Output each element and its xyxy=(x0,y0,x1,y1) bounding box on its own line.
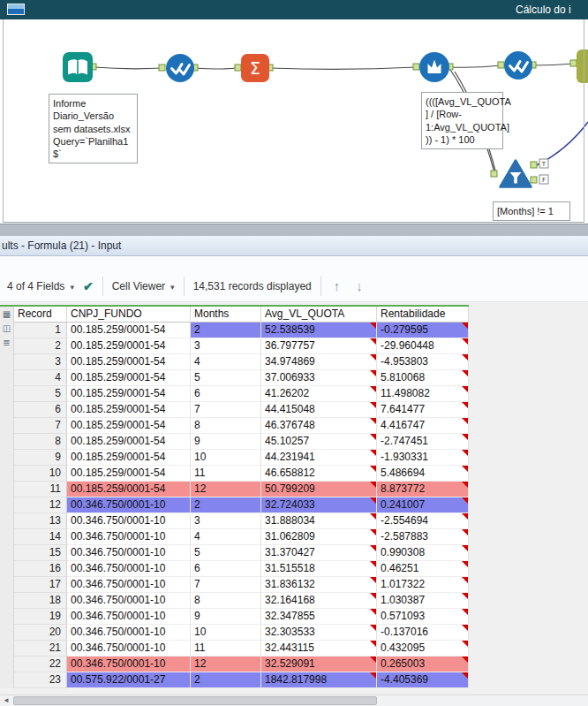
cell-rentabilidade[interactable]: -2.747451 xyxy=(377,434,469,450)
fields-dropdown[interactable]: 4 of 4 Fields▾ xyxy=(7,280,74,292)
cell-months[interactable]: 4 xyxy=(191,354,261,370)
cell-rentabilidade[interactable]: 0.46251 xyxy=(377,561,469,577)
cell-rentabilidade[interactable]: 8.873772 xyxy=(377,482,469,497)
cell-avg-vl-quota[interactable]: 45.10257 xyxy=(261,434,377,450)
record-number[interactable]: 19 xyxy=(14,609,67,625)
scrollbar-thumb[interactable] xyxy=(13,696,377,705)
cell-avg-vl-quota[interactable]: 46.658812 xyxy=(261,466,377,482)
cell-cnpj-fundo[interactable]: 00.346.750/0001-10 xyxy=(67,641,191,657)
record-number[interactable]: 7 xyxy=(14,418,67,434)
record-number[interactable]: 6 xyxy=(14,402,67,418)
cell-cnpj-fundo[interactable]: 00.185.259/0001-54 xyxy=(67,354,191,370)
cell-cnpj-fundo[interactable]: 00.346.750/0001-10 xyxy=(67,497,191,513)
cell-avg-vl-quota[interactable]: 32.443115 xyxy=(261,641,377,657)
record-number[interactable]: 15 xyxy=(14,545,67,561)
tool-select-1[interactable] xyxy=(165,53,195,86)
cell-avg-vl-quota[interactable]: 32.724033 xyxy=(261,497,377,513)
workflow-canvas[interactable]: T F Σ xyxy=(0,19,588,224)
cell-rentabilidade[interactable]: -0.137016 xyxy=(377,625,469,641)
cell-cnpj-fundo[interactable]: 00.346.750/0001-10 xyxy=(67,561,191,577)
scroll-up-button[interactable]: ↑ xyxy=(330,278,344,293)
cell-cnpj-fundo[interactable]: 00.346.750/0001-10 xyxy=(67,577,191,593)
cell-rentabilidade[interactable]: 0.432095 xyxy=(377,641,469,657)
cell-avg-vl-quota[interactable]: 32.529091 xyxy=(261,657,377,672)
cell-months[interactable]: 10 xyxy=(191,450,261,466)
column-header-months[interactable]: Months xyxy=(191,307,261,323)
cell-cnpj-fundo[interactable]: 00.346.750/0001-10 xyxy=(67,529,191,545)
column-header-cnpj_fundo[interactable]: CNPJ_FUNDO xyxy=(67,307,191,323)
cell-cnpj-fundo[interactable]: 00.185.259/0001-54 xyxy=(67,450,191,466)
annotation-input[interactable]: Informe Diario_Versão sem datasets.xlsx … xyxy=(49,94,138,163)
cell-avg-vl-quota[interactable]: 32.303533 xyxy=(261,625,377,641)
cell-months[interactable]: 4 xyxy=(191,529,261,545)
cell-avg-vl-quota[interactable]: 37.006933 xyxy=(261,370,377,386)
column-header-rentabilidade[interactable]: Rentabilidade xyxy=(377,307,469,323)
cell-rentabilidade[interactable]: 5.810068 xyxy=(377,370,469,386)
record-number[interactable]: 20 xyxy=(14,625,67,641)
cell-months[interactable]: 7 xyxy=(191,402,261,418)
record-number[interactable]: 2 xyxy=(14,338,67,354)
cell-cnpj-fundo[interactable]: 00.185.259/0001-54 xyxy=(67,323,191,338)
record-number[interactable]: 22 xyxy=(14,657,67,672)
cell-avg-vl-quota[interactable]: 31.515518 xyxy=(261,561,377,577)
cell-rentabilidade[interactable]: -2.554694 xyxy=(377,513,469,529)
cell-months[interactable]: 3 xyxy=(191,338,261,354)
cell-months[interactable]: 3 xyxy=(191,513,261,529)
cell-months[interactable]: 9 xyxy=(191,609,261,625)
cell-avg-vl-quota[interactable]: 41.26202 xyxy=(261,386,377,402)
cell-months[interactable]: 5 xyxy=(191,370,261,386)
record-number[interactable]: 3 xyxy=(14,354,67,370)
cell-rentabilidade[interactable]: -4.953803 xyxy=(377,354,469,370)
cell-avg-vl-quota[interactable]: 44.231941 xyxy=(261,450,377,466)
cell-months[interactable]: 9 xyxy=(191,434,261,450)
cell-avg-vl-quota[interactable]: 31.888034 xyxy=(261,513,377,529)
cell-rentabilidade[interactable]: -4.405369 xyxy=(377,672,469,688)
cell-rentabilidade[interactable]: -0.279595 xyxy=(377,323,469,338)
pane-splitter[interactable] xyxy=(0,224,588,236)
cell-cnpj-fundo[interactable]: 00.346.750/0001-10 xyxy=(67,593,191,609)
cell-months[interactable]: 6 xyxy=(191,386,261,402)
cell-cnpj-fundo[interactable]: 00.346.750/0001-10 xyxy=(67,545,191,561)
record-number[interactable]: 11 xyxy=(14,482,67,497)
annotation-filter[interactable]: [Months] != 1 xyxy=(493,201,570,221)
record-number[interactable]: 17 xyxy=(14,577,67,593)
scroll-down-button[interactable]: ↓ xyxy=(352,278,366,293)
cell-months[interactable]: 8 xyxy=(191,593,261,609)
cell-cnpj-fundo[interactable]: 00.575.922/0001-27 xyxy=(67,672,191,688)
cell-months[interactable]: 12 xyxy=(191,657,261,672)
annotation-formula[interactable]: ((([Avg_VL_QUOTA ] / [Row- 1:Avg_VL_QUOT… xyxy=(421,92,503,149)
record-number[interactable]: 13 xyxy=(14,513,67,529)
cell-months[interactable]: 12 xyxy=(191,482,261,497)
cell-months[interactable]: 7 xyxy=(191,577,261,593)
cell-viewer-dropdown[interactable]: Cell Viewer▾ xyxy=(112,280,175,292)
tool-filter[interactable] xyxy=(499,159,532,192)
cell-rentabilidade[interactable]: 0.571093 xyxy=(377,609,469,625)
cell-rentabilidade[interactable]: 1.030387 xyxy=(377,593,469,609)
cell-avg-vl-quota[interactable]: 31.836132 xyxy=(261,577,377,593)
tool-input-data[interactable] xyxy=(62,51,94,86)
cell-months[interactable]: 11 xyxy=(191,466,261,482)
cell-avg-vl-quota[interactable]: 32.347855 xyxy=(261,609,377,625)
cell-months[interactable]: 5 xyxy=(191,545,261,561)
cell-months[interactable]: 8 xyxy=(191,418,261,434)
cell-cnpj-fundo[interactable]: 00.185.259/0001-54 xyxy=(67,418,191,434)
cell-rentabilidade[interactable]: -2.587883 xyxy=(377,529,469,545)
cell-cnpj-fundo[interactable]: 00.185.259/0001-54 xyxy=(67,370,191,386)
cell-rentabilidade[interactable]: 4.416747 xyxy=(377,418,469,434)
cell-months[interactable]: 2 xyxy=(191,323,261,338)
cell-months[interactable]: 11 xyxy=(191,641,261,657)
cell-rentabilidade[interactable]: 7.641477 xyxy=(377,402,469,418)
cell-months[interactable]: 10 xyxy=(191,625,261,641)
record-number[interactable]: 23 xyxy=(14,672,67,688)
apply-check-icon[interactable]: ✔ xyxy=(83,279,94,293)
cell-cnpj-fundo[interactable]: 00.185.259/0001-54 xyxy=(67,482,191,497)
column-header-record[interactable]: Record xyxy=(14,307,67,323)
cell-avg-vl-quota[interactable]: 46.376748 xyxy=(261,418,377,434)
scroll-left-button[interactable]: ◄ xyxy=(0,695,12,706)
cell-avg-vl-quota[interactable]: 31.370427 xyxy=(261,545,377,561)
record-number[interactable]: 16 xyxy=(14,561,67,577)
cell-cnpj-fundo[interactable]: 00.185.259/0001-54 xyxy=(67,338,191,354)
tool-partial-right[interactable] xyxy=(576,49,588,87)
record-number[interactable]: 14 xyxy=(14,529,67,545)
record-number[interactable]: 10 xyxy=(14,466,67,482)
